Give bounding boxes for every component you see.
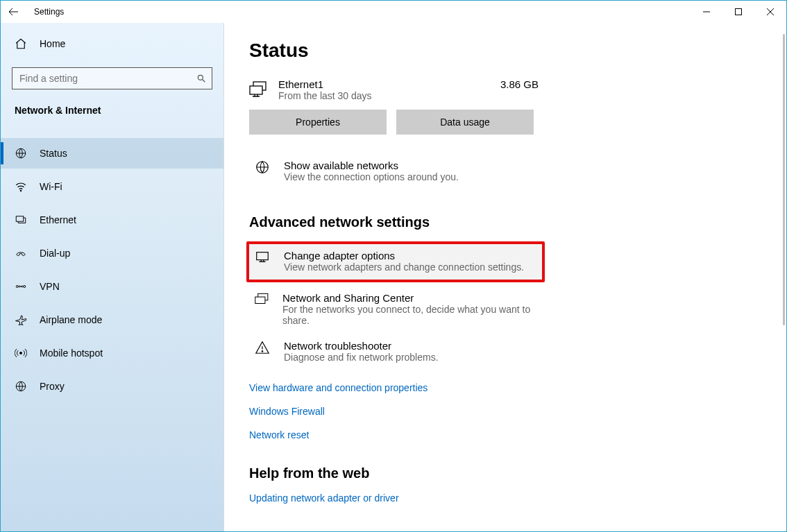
svg-point-15 (262, 351, 262, 352)
link-network-reset[interactable]: Network reset (249, 429, 761, 440)
option-title: Network troubleshooter (284, 340, 439, 352)
title-bar: Settings (1, 1, 786, 23)
svg-rect-14 (255, 297, 265, 303)
properties-button[interactable]: Properties (249, 110, 387, 135)
sidebar-item-status[interactable]: Status (1, 138, 223, 169)
sidebar-item-dialup[interactable]: Dial-up (1, 238, 223, 268)
option-subtitle: View network adapters and change connect… (284, 261, 524, 273)
sidebar: Home Network & Internet (1, 23, 224, 531)
connection-subtitle: From the last 30 days (278, 90, 473, 101)
main-content: Status Ethernet1 From the last 30 days 3… (224, 23, 786, 531)
svg-point-6 (24, 286, 26, 288)
sidebar-item-vpn[interactable]: VPN (1, 271, 223, 302)
sidebar-item-label: Wi-Fi (40, 181, 62, 192)
svg-rect-12 (257, 252, 269, 260)
svg-point-3 (20, 190, 22, 191)
change-adapter-options[interactable]: Change adapter options View network adap… (246, 241, 545, 282)
link-hardware-properties[interactable]: View hardware and connection properties (249, 382, 761, 393)
option-title: Show available networks (284, 160, 459, 171)
globe-icon (15, 147, 27, 160)
vpn-icon (15, 280, 27, 293)
svg-point-1 (198, 75, 203, 80)
sidebar-item-wifi[interactable]: Wi-Fi (1, 171, 223, 202)
link-help-update-adapter[interactable]: Updating network adapter or driver (249, 492, 761, 504)
option-title: Change adapter options (284, 250, 524, 261)
show-available-networks[interactable]: Show available networks View the connect… (249, 153, 537, 189)
sidebar-home-label: Home (40, 38, 65, 49)
svg-point-5 (16, 286, 18, 288)
network-troubleshooter[interactable]: Network troubleshooter Diagnose and fix … (249, 333, 537, 370)
scrollbar[interactable] (783, 34, 785, 325)
proxy-icon (15, 380, 27, 393)
sidebar-item-proxy[interactable]: Proxy (1, 371, 223, 402)
warning-icon (255, 340, 271, 355)
link-windows-firewall[interactable]: Windows Firewall (249, 406, 761, 417)
search-field[interactable] (18, 72, 196, 85)
window-controls (691, 1, 786, 23)
option-subtitle: View the connection options around you. (284, 171, 459, 182)
connection-usage: 3.86 GB (500, 78, 539, 90)
option-subtitle: Diagnose and fix network problems. (284, 352, 439, 363)
window-title: Settings (34, 7, 64, 17)
maximize-button[interactable] (722, 1, 754, 23)
airplane-icon (15, 314, 27, 326)
sidebar-item-airplane[interactable]: Airplane mode (1, 304, 223, 335)
svg-rect-4 (16, 216, 24, 222)
settings-window: Settings Home (0, 0, 787, 532)
sidebar-item-label: Airplane mode (40, 314, 102, 325)
sidebar-item-label: Status (40, 148, 67, 159)
sidebar-item-hotspot[interactable]: Mobile hotspot (1, 338, 223, 368)
wifi-icon (15, 180, 27, 193)
sidebar-home[interactable]: Home (1, 28, 223, 59)
svg-rect-10 (250, 86, 262, 94)
back-button[interactable] (8, 6, 19, 17)
adapter-icon (255, 250, 271, 265)
sidebar-item-label: Ethernet (40, 214, 76, 225)
search-input[interactable] (12, 67, 212, 89)
option-subtitle: For the networks you connect to, decide … (282, 304, 532, 326)
data-usage-button[interactable]: Data usage (396, 110, 534, 135)
sidebar-item-label: VPN (40, 281, 60, 292)
close-button[interactable] (754, 1, 786, 23)
search-icon (196, 74, 206, 83)
help-heading: Help from the web (249, 465, 761, 481)
globe-icon (255, 160, 271, 175)
network-sharing-center[interactable]: Network and Sharing Center For the netwo… (249, 285, 537, 333)
page-title: Status (249, 40, 761, 62)
advanced-heading: Advanced network settings (249, 214, 761, 230)
monitor-icon (249, 81, 273, 98)
dialup-icon (15, 247, 27, 259)
sidebar-category: Network & Internet (1, 105, 223, 116)
sidebar-item-label: Dial-up (40, 248, 70, 259)
sidebar-item-label: Mobile hotspot (40, 347, 103, 359)
svg-rect-0 (736, 9, 742, 15)
sidebar-item-ethernet[interactable]: Ethernet (1, 205, 223, 235)
ethernet-icon (15, 214, 27, 226)
home-icon (15, 37, 27, 50)
svg-point-7 (20, 352, 22, 354)
connection-name: Ethernet1 (278, 78, 473, 90)
hotspot-icon (15, 347, 27, 359)
connection-summary: Ethernet1 From the last 30 days 3.86 GB (249, 78, 761, 101)
minimize-button[interactable] (691, 1, 722, 23)
option-title: Network and Sharing Center (282, 292, 532, 304)
sidebar-item-label: Proxy (40, 381, 65, 392)
sharing-icon (255, 292, 270, 307)
